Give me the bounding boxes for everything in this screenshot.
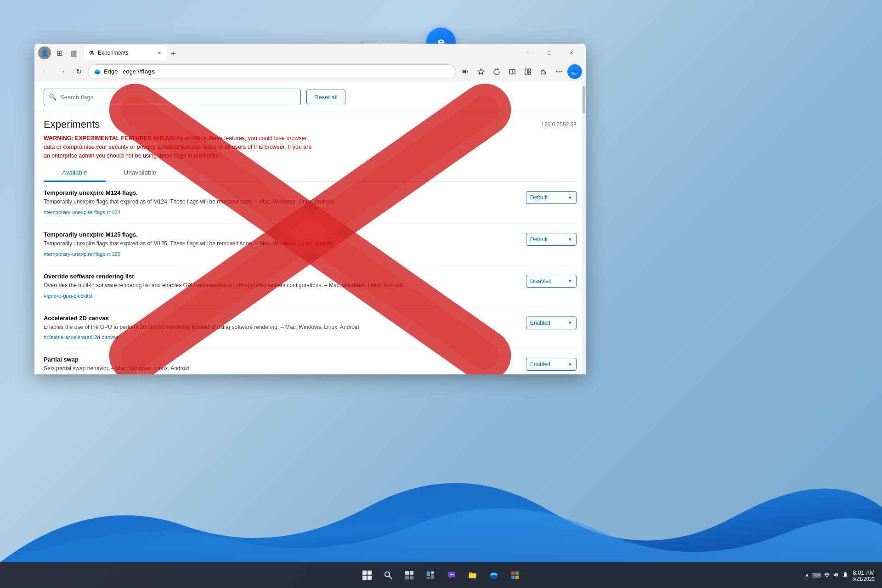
network-icon[interactable] bbox=[824, 571, 830, 579]
flag-select-m124[interactable]: Default ▼ bbox=[526, 191, 577, 204]
toolbar: ← → ↻ Edge edge://flags bbox=[34, 62, 586, 81]
svg-rect-29 bbox=[431, 575, 434, 579]
flag-select-value-canvas: Enabled bbox=[530, 320, 550, 326]
flags-tabs: Available Unavailable bbox=[44, 165, 577, 182]
taskbar-center bbox=[358, 566, 524, 584]
svg-rect-39 bbox=[511, 576, 514, 579]
dropdown-arrow: ▼ bbox=[568, 362, 572, 367]
flags-title-area: Experiments 126.0.2592.68 bbox=[34, 111, 586, 130]
flag-item-swap: Partial swap Sets partial swap behavior.… bbox=[44, 349, 577, 374]
new-tab-button[interactable]: + bbox=[167, 47, 180, 60]
flag-name-m125: Temporarily unexpire M125 flags. bbox=[44, 231, 520, 238]
file-explorer-button[interactable] bbox=[464, 566, 482, 584]
flags-search-bar: 🔍 Reset all bbox=[34, 81, 586, 111]
flag-item-gpu: Override software rendering list Overrid… bbox=[44, 266, 577, 307]
browser-window: 👤 ⊞ ▥ ⚗ Experiments ✕ + − □ bbox=[34, 44, 586, 374]
tab-available[interactable]: Available bbox=[44, 165, 106, 182]
read-aloud-button[interactable] bbox=[458, 64, 473, 79]
address-path: edge://flags bbox=[119, 68, 155, 75]
maximize-button[interactable]: □ bbox=[539, 45, 560, 60]
svg-rect-25 bbox=[405, 576, 409, 579]
warning-label: WARNING: EXPERIMENTAL FEATURES AHEAD! bbox=[44, 135, 175, 141]
page-content[interactable]: 🔍 Reset all Experiments 126.0.2592.68 WA… bbox=[34, 81, 586, 374]
scrollbar-track[interactable] bbox=[582, 81, 586, 374]
store-button[interactable] bbox=[506, 566, 524, 584]
tab-unavailable[interactable]: Unavailable bbox=[106, 165, 175, 182]
search-input-container[interactable]: 🔍 bbox=[44, 89, 301, 105]
svg-point-21 bbox=[385, 572, 390, 577]
flag-select-value-m124: Default bbox=[530, 194, 548, 201]
extensions-icon[interactable]: ⊞ bbox=[53, 46, 66, 59]
vertical-tabs-icon[interactable]: ▥ bbox=[68, 46, 80, 59]
svg-marker-32 bbox=[449, 577, 451, 579]
close-button[interactable]: × bbox=[561, 45, 582, 60]
favorites-button[interactable] bbox=[474, 64, 488, 79]
back-button[interactable]: ← bbox=[38, 64, 53, 79]
svg-marker-2 bbox=[478, 69, 484, 74]
keyboard-icon[interactable]: ⌨ bbox=[812, 572, 821, 579]
flag-select-gpu[interactable]: Disabled ▼ bbox=[526, 275, 577, 288]
start-button[interactable] bbox=[358, 566, 376, 584]
system-tray-icons: ∧ ⌨ bbox=[805, 571, 848, 579]
task-view-button[interactable] bbox=[400, 566, 418, 584]
flag-info-m125: Temporarily unexpire M125 flags. Tempora… bbox=[44, 231, 520, 258]
widgets-button[interactable] bbox=[421, 566, 440, 584]
dropdown-arrow: ▼ bbox=[568, 195, 572, 200]
dropdown-arrow: ▼ bbox=[568, 278, 572, 283]
profile-icon[interactable]: 👤 bbox=[38, 46, 51, 59]
warning-banner: WARNING: EXPERIMENTAL FEATURES AHEAD! By… bbox=[34, 130, 328, 165]
flag-select-value-gpu: Disabled bbox=[530, 278, 552, 284]
active-tab[interactable]: ⚗ Experiments ✕ bbox=[84, 45, 167, 60]
refresh-page-button[interactable] bbox=[489, 64, 504, 79]
edge-copilot-button[interactable] bbox=[567, 64, 582, 79]
flag-name-swap: Partial swap bbox=[44, 356, 520, 363]
window-controls: − □ × bbox=[517, 45, 582, 60]
reset-all-button[interactable]: Reset all bbox=[306, 90, 345, 104]
svg-point-12 bbox=[574, 71, 577, 74]
taskbar-right: ∧ ⌨ bbox=[805, 569, 875, 582]
flag-item-m125: Temporarily unexpire M125 flags. Tempora… bbox=[44, 224, 577, 266]
collections-button[interactable] bbox=[520, 64, 535, 79]
search-flags-input[interactable] bbox=[60, 94, 296, 101]
svg-rect-30 bbox=[427, 577, 430, 579]
flag-link-m124[interactable]: #temporary-unexpire-flags-m124 bbox=[44, 209, 120, 215]
scrollbar-thumb[interactable] bbox=[582, 86, 585, 113]
svg-rect-28 bbox=[431, 571, 434, 574]
taskbar: ∧ ⌨ bbox=[0, 562, 882, 588]
svg-point-34 bbox=[451, 574, 452, 575]
svg-rect-20 bbox=[368, 576, 372, 580]
svg-point-35 bbox=[452, 574, 453, 575]
taskbar-search-button[interactable] bbox=[379, 566, 397, 584]
flag-info-canvas: Accelerated 2D canvas Enables the use of… bbox=[44, 315, 520, 341]
flag-desc-m124: Temporarily unexpire flags that expired … bbox=[44, 198, 520, 206]
flag-select-canvas[interactable]: Enabled ▼ bbox=[526, 317, 577, 329]
flag-desc-swap: Sets partial swap behavior. – Mac, Windo… bbox=[44, 365, 520, 373]
flag-desc-m125: Temporarily unexpire flags that expired … bbox=[44, 240, 520, 248]
flag-select-swap[interactable]: Enabled ▼ bbox=[526, 358, 577, 371]
minimize-button[interactable]: − bbox=[517, 45, 538, 60]
flag-info-gpu: Override software rendering list Overrid… bbox=[44, 273, 520, 300]
address-bar[interactable]: Edge edge://flags bbox=[88, 64, 456, 79]
flag-link-m125[interactable]: #temporary-unexpire-flags-m125 bbox=[44, 251, 120, 257]
flag-link-gpu[interactable]: #ignore-gpu-blocklist bbox=[44, 293, 92, 299]
taskbar-time[interactable]: 8:01 AM 3/21/2022 bbox=[852, 569, 875, 582]
flag-select-value-swap: Enabled bbox=[530, 361, 550, 368]
svg-rect-24 bbox=[410, 571, 413, 575]
more-menu-button[interactable] bbox=[552, 64, 566, 79]
notifications-icon[interactable] bbox=[842, 571, 848, 579]
flag-link-canvas[interactable]: #disable-accelerated-2d-canvas bbox=[44, 334, 119, 340]
chat-button[interactable] bbox=[442, 566, 461, 584]
svg-point-10 bbox=[561, 71, 562, 72]
page-title: Experiments bbox=[44, 119, 100, 130]
reload-button[interactable]: ↻ bbox=[71, 64, 86, 79]
flag-select-m125[interactable]: Default ▼ bbox=[526, 233, 577, 246]
toolbar-right-icons bbox=[458, 64, 582, 79]
extensions-toolbar-button[interactable] bbox=[536, 64, 551, 79]
split-screen-button[interactable] bbox=[505, 64, 520, 79]
tab-close-button[interactable]: ✕ bbox=[155, 49, 163, 57]
edge-taskbar-button[interactable] bbox=[485, 566, 503, 584]
volume-icon[interactable] bbox=[833, 571, 839, 579]
forward-button[interactable]: → bbox=[55, 64, 69, 79]
tab-title: Experiments bbox=[98, 50, 152, 56]
chevron-up-icon[interactable]: ∧ bbox=[805, 572, 809, 579]
